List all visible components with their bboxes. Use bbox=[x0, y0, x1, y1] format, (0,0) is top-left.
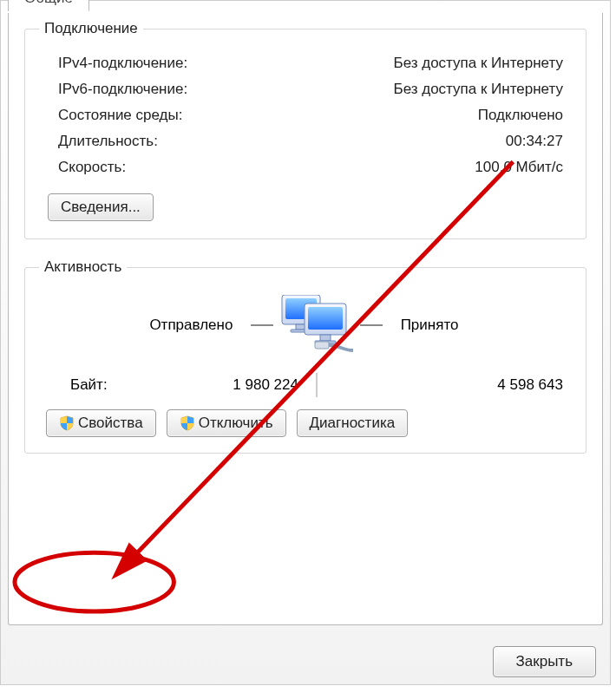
diagnose-button[interactable]: Диагностика bbox=[297, 409, 409, 437]
row-ipv6: IPv6-подключение: Без доступа к Интернет… bbox=[58, 81, 563, 98]
label-media: Состояние среды: bbox=[58, 107, 182, 124]
activity-sent-label: Отправлено bbox=[70, 317, 233, 334]
connection-legend: Подключение bbox=[39, 20, 143, 37]
svg-rect-5 bbox=[308, 307, 343, 330]
value-ipv6: Без доступа к Интернету bbox=[393, 81, 563, 98]
details-button[interactable]: Сведения... bbox=[48, 193, 154, 221]
row-speed: Скорость: 100.0 Мбит/с bbox=[58, 159, 563, 176]
label-ipv4: IPv4-подключение: bbox=[58, 55, 187, 72]
shield-icon bbox=[180, 415, 195, 431]
tab-panel-general: Подключение IPv4-подключение: Без доступ… bbox=[8, 13, 603, 625]
value-speed: 100.0 Мбит/с bbox=[475, 159, 563, 176]
row-duration: Длительность: 00:34:27 bbox=[58, 133, 563, 150]
disable-button[interactable]: Отключить bbox=[167, 409, 286, 437]
close-button-label: Закрыть bbox=[516, 653, 573, 670]
diagnose-button-label: Диагностика bbox=[310, 415, 396, 432]
row-media: Состояние среды: Подключено bbox=[58, 107, 563, 124]
activity-icon-wrap bbox=[233, 295, 400, 356]
svg-rect-6 bbox=[320, 335, 331, 341]
value-duration: 00:34:27 bbox=[506, 133, 563, 150]
label-speed: Скорость: bbox=[58, 159, 126, 176]
vertical-divider bbox=[316, 373, 318, 397]
bytes-received-value: 4 598 643 bbox=[401, 376, 563, 394]
disable-button-label: Отключить bbox=[199, 415, 273, 432]
properties-button[interactable]: Свойства bbox=[46, 409, 156, 437]
label-duration: Длительность: bbox=[58, 133, 158, 150]
activity-received-label: Принято bbox=[401, 317, 563, 334]
row-ipv4: IPv4-подключение: Без доступа к Интернет… bbox=[58, 55, 563, 72]
label-ipv6: IPv6-подключение: bbox=[58, 81, 187, 98]
bytes-sent-value: 1 980 224 bbox=[233, 376, 316, 394]
activity-group: Активность Отправлено bbox=[24, 258, 587, 454]
shield-icon bbox=[59, 415, 75, 431]
network-computers-icon bbox=[275, 295, 358, 356]
dialog-window: Общие Подключение IPv4-подключение: Без … bbox=[0, 0, 611, 685]
close-button[interactable]: Закрыть bbox=[493, 646, 596, 677]
value-media: Подключено bbox=[478, 107, 563, 124]
svg-rect-8 bbox=[315, 342, 329, 349]
details-button-label: Сведения... bbox=[61, 199, 141, 216]
activity-line-left bbox=[251, 324, 273, 326]
tab-general[interactable]: Общие bbox=[8, 0, 89, 11]
tab-strip: Общие bbox=[1, 1, 610, 13]
connection-group: Подключение IPv4-подключение: Без доступ… bbox=[24, 20, 587, 239]
activity-bytes-divider-wrap: 1 980 224 bbox=[233, 373, 400, 397]
value-ipv4: Без доступа к Интернету bbox=[393, 55, 563, 72]
activity-line-right bbox=[360, 324, 383, 326]
properties-button-label: Свойства bbox=[78, 415, 143, 432]
activity-legend: Активность bbox=[39, 258, 127, 276]
bytes-label: Байт: bbox=[70, 376, 233, 394]
